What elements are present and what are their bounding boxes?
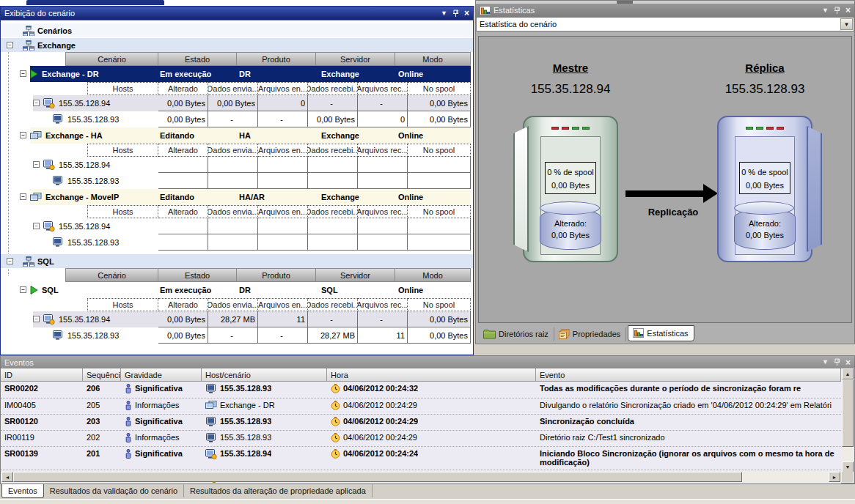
hosts-header-cell[interactable]: No spool: [408, 298, 471, 311]
event-severity: Significativa: [135, 417, 183, 426]
event-row[interactable]: SR00120 203 Significativa 155.35.128.93 …: [1, 415, 841, 431]
column-header-sequencia[interactable]: Sequênci▽: [83, 368, 121, 382]
panel-menu-icon[interactable]: ▼: [441, 10, 447, 17]
column-header-modo[interactable]: Modo: [395, 268, 471, 282]
column-header-servidor[interactable]: Servidor: [316, 268, 395, 282]
collapse-icon[interactable]: −: [20, 132, 26, 138]
scenario-row-exchange-dr[interactable]: − Exchange - DR Em execução DR Exchange …: [30, 66, 471, 82]
host-row-replica[interactable]: 155.35.128.93 0,00 Bytes - - 28,27 MB 11…: [33, 327, 471, 344]
hosts-header-cell[interactable]: Alterado: [158, 144, 208, 157]
column-header-estado[interactable]: Estado: [158, 52, 237, 66]
scenario-row-sql[interactable]: − SQL Em execução DR SQL Online: [30, 282, 471, 298]
collapse-icon[interactable]: −: [33, 161, 40, 168]
hosts-header-cell[interactable]: No spool: [408, 144, 471, 157]
chevron-down-icon[interactable]: ▼: [840, 18, 853, 30]
event-row[interactable]: SR00139 201 Significativa 155.35.128.94 …: [1, 447, 841, 470]
tab-propriedades[interactable]: Propriedades: [554, 327, 626, 341]
collapse-icon[interactable]: −: [33, 100, 40, 106]
close-icon[interactable]: ×: [464, 9, 469, 18]
column-header-produto[interactable]: Produto: [237, 52, 316, 66]
tab-resultados-validacao[interactable]: Resultados da validação do cenário: [44, 484, 184, 497]
hosts-header-cell[interactable]: Dados envia...: [208, 82, 258, 95]
collapse-icon[interactable]: −: [33, 223, 40, 229]
horizontal-scrollbar[interactable]: ◄ ►: [1, 472, 842, 482]
hosts-header-cell[interactable]: Arquivos en...: [258, 298, 308, 311]
group-row-exchange[interactable]: − Exchange: [1, 37, 473, 52]
statistics-selector[interactable]: Estatística do cenário ▼: [476, 17, 854, 32]
collapse-icon[interactable]: −: [33, 316, 40, 322]
column-header-gravidade[interactable]: Gravidade: [121, 368, 202, 382]
collapse-icon[interactable]: −: [20, 70, 26, 77]
host-row-master[interactable]: − 155.35.128.94: [33, 157, 471, 173]
column-header-estado[interactable]: Estado: [158, 268, 237, 282]
host-row-replica[interactable]: 155.35.128.93: [33, 234, 471, 251]
hosts-header-cell[interactable]: Arquivos en...: [258, 82, 308, 95]
column-header-produto[interactable]: Produto: [237, 268, 316, 282]
group-row-sql[interactable]: − SQL: [1, 253, 473, 268]
hosts-header-cell[interactable]: No spool: [408, 82, 471, 95]
hosts-header-cell[interactable]: Arquivos rec...: [358, 82, 408, 95]
event-row[interactable]: IR00119 202 Informações 155.35.128.93 04…: [1, 431, 841, 447]
event-row[interactable]: SR00202 206 Significativa 155.35.128.93 …: [1, 382, 841, 399]
hosts-header-cell[interactable]: Arquivos rec...: [358, 298, 408, 311]
host-row-master[interactable]: − 155.35.128.94 0,00 Bytes 28,27 MB 11 -…: [33, 311, 471, 327]
vertical-scrollbar[interactable]: ▲ ▼: [842, 368, 854, 472]
hosts-header-cell[interactable]: Dados recebi...: [308, 298, 358, 311]
hosts-header-cell[interactable]: Dados recebi...: [308, 144, 358, 157]
collapse-icon[interactable]: −: [7, 42, 13, 48]
scroll-right-icon[interactable]: ►: [829, 472, 840, 482]
host-row-master[interactable]: − 155.35.128.94 0,00 Bytes 0,00 Bytes 0 …: [33, 95, 471, 111]
column-header-cenario[interactable]: Cenário: [65, 268, 158, 282]
hosts-header-cell[interactable]: No spool: [408, 205, 471, 218]
column-header-host-cenario[interactable]: Host/cenário: [202, 368, 327, 382]
hosts-header-cell[interactable]: Alterado: [158, 205, 208, 218]
collapse-icon[interactable]: −: [7, 258, 13, 264]
scroll-up-icon[interactable]: ▲: [842, 368, 854, 379]
hosts-header-cell[interactable]: Hosts: [87, 298, 158, 311]
pin-icon[interactable]: [834, 7, 840, 15]
horizontal-scrollbar-thumb[interactable]: [13, 472, 742, 482]
event-row[interactable]: IM00405 205 Informações Exchange - DR 04…: [1, 399, 841, 415]
hosts-header-cell[interactable]: Hosts: [87, 82, 158, 95]
hosts-header-cell[interactable]: Alterado: [158, 82, 208, 95]
hosts-header-cell[interactable]: Hosts: [87, 205, 158, 218]
tab-resultados-alteracao[interactable]: Resultados da alteração de propriedade a…: [184, 484, 373, 497]
scroll-down-icon[interactable]: ▼: [842, 462, 854, 472]
hosts-header-cell[interactable]: Dados envia...: [208, 205, 258, 218]
column-header-servidor[interactable]: Servidor: [316, 52, 395, 66]
tree-root-cenarios[interactable]: Cenários: [1, 23, 473, 37]
hosts-header-cell[interactable]: Arquivos rec...: [358, 144, 408, 157]
hosts-header-cell[interactable]: Hosts: [87, 144, 158, 157]
tab-eventos[interactable]: Eventos: [1, 484, 44, 498]
tab-estatisticas[interactable]: Estatísticas: [628, 325, 694, 341]
hosts-header-cell[interactable]: Dados recebi...: [308, 82, 358, 95]
host-row-replica[interactable]: 155.35.128.93: [33, 173, 471, 189]
column-header-cenario[interactable]: Cenário: [65, 52, 158, 66]
host-row-master[interactable]: − 155.35.128.94: [33, 218, 471, 234]
hosts-header-cell[interactable]: Dados envia...: [208, 298, 258, 311]
close-icon[interactable]: ×: [845, 358, 851, 367]
hosts-header-cell[interactable]: Alterado: [158, 298, 208, 311]
hosts-header-cell[interactable]: Arquivos en...: [258, 144, 308, 157]
close-icon[interactable]: ×: [845, 6, 851, 15]
pin-icon[interactable]: [834, 358, 840, 366]
hosts-header-cell[interactable]: Arquivos rec...: [358, 205, 408, 218]
column-header-evento[interactable]: Evento: [536, 368, 841, 382]
scenario-row-exchange-moveip[interactable]: − Exchange - MoveIP Editando HA/AR Excha…: [30, 189, 471, 205]
vertical-scrollbar-thumb[interactable]: [842, 379, 854, 447]
collapse-icon[interactable]: −: [20, 286, 26, 293]
tab-diretorios-raiz[interactable]: Diretórios raiz: [479, 327, 554, 341]
scroll-left-icon[interactable]: ◄: [1, 472, 13, 482]
collapse-icon[interactable]: −: [20, 193, 26, 200]
hosts-header-cell[interactable]: Dados recebi...: [308, 205, 358, 218]
scenario-row-exchange-ha[interactable]: − Exchange - HA Editando HA Exchange Onl…: [30, 127, 471, 144]
column-header-id[interactable]: ID: [1, 368, 83, 382]
panel-menu-icon[interactable]: ▼: [822, 7, 829, 14]
hosts-header-cell[interactable]: Arquivos en...: [258, 205, 308, 218]
pin-icon[interactable]: [452, 10, 459, 18]
panel-menu-icon[interactable]: ▼: [822, 359, 829, 366]
host-row-replica[interactable]: 155.35.128.93 0,00 Bytes - - 0,00 Bytes …: [33, 111, 471, 127]
column-header-hora[interactable]: Hora: [327, 368, 536, 382]
column-header-modo[interactable]: Modo: [395, 52, 471, 66]
hosts-header-cell[interactable]: Dados envia...: [208, 144, 258, 157]
